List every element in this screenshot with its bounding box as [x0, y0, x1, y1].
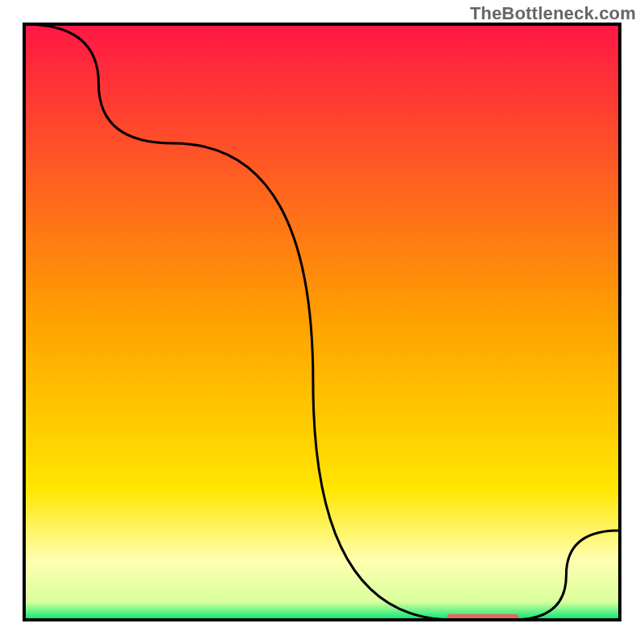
- chart-container: TheBottleneck.com: [0, 0, 644, 644]
- bottleneck-chart: [0, 0, 644, 644]
- svg-rect-1: [24, 24, 620, 620]
